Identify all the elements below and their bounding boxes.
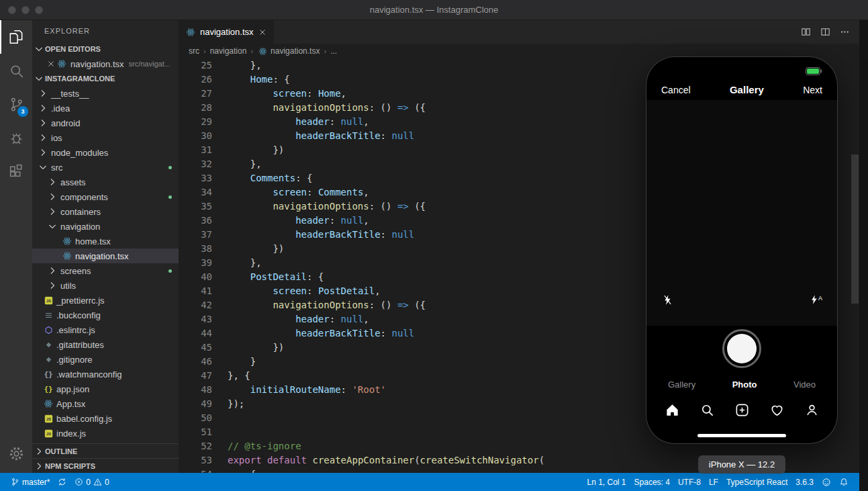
- split-editor-icon[interactable]: [820, 27, 830, 37]
- tree-item-prettierrc-js[interactable]: JS_prettierrc.js: [32, 293, 179, 308]
- section-outline[interactable]: OUTLINE: [32, 443, 179, 458]
- chevron-right-icon[interactable]: [38, 103, 48, 114]
- encoding-setting[interactable]: UTF-8: [674, 478, 705, 487]
- flash-off-icon[interactable]: [664, 295, 671, 308]
- tree-item-tests[interactable]: __tests__: [32, 86, 179, 101]
- instagram-tab-home-icon[interactable]: [664, 402, 680, 418]
- tree-item-navigation-tsx[interactable]: navigation.tsx: [32, 249, 179, 263]
- breadcrumb-file[interactable]: navigation.tsx: [257, 46, 320, 56]
- tree-item-eslintrc-js[interactable]: .eslintrc.js: [32, 322, 179, 337]
- eol-setting[interactable]: LF: [705, 478, 722, 487]
- section-npm-scripts[interactable]: NPM SCRIPTS: [32, 458, 179, 473]
- instagram-tab-search-icon[interactable]: [699, 402, 715, 418]
- minimize-window-button[interactable]: [21, 6, 30, 14]
- tree-item-home-tsx[interactable]: home.tsx: [32, 234, 179, 249]
- tree-item-babel-config-js[interactable]: JSbabel.config.js: [32, 411, 179, 426]
- tree-item-android[interactable]: android: [32, 116, 179, 130]
- tree-item-navigation[interactable]: navigation: [32, 219, 179, 234]
- flash-auto-icon[interactable]: A: [811, 295, 822, 304]
- tree-item-index-js[interactable]: JSindex.js: [32, 426, 179, 441]
- typescript-version[interactable]: 3.6.3: [791, 478, 818, 487]
- tree-item-gitignore[interactable]: .gitignore: [32, 352, 179, 367]
- cancel-button[interactable]: Cancel: [661, 85, 691, 95]
- feedback-button[interactable]: [818, 478, 835, 487]
- chevron-right-icon[interactable]: [47, 280, 58, 291]
- section-label: OUTLINE: [45, 447, 77, 455]
- chevron-right-icon[interactable]: [38, 147, 48, 158]
- chevron-right-icon[interactable]: [38, 118, 48, 128]
- close-window-button[interactable]: [8, 6, 16, 14]
- tree-item-components[interactable]: components: [32, 189, 179, 204]
- more-actions-icon[interactable]: [840, 27, 850, 37]
- cursor-position[interactable]: Ln 1, Col 1: [583, 478, 630, 487]
- tree-item-screens[interactable]: screens: [32, 263, 179, 278]
- mode-video[interactable]: Video: [793, 380, 816, 390]
- chevron-down-icon[interactable]: [47, 221, 58, 232]
- section-label: NPM SCRIPTS: [45, 462, 95, 470]
- tree-item-app-tsx[interactable]: App.tsx: [32, 396, 179, 411]
- line-number: 31: [179, 143, 212, 157]
- tree-item-watchmanconfig[interactable]: {}.watchmanconfig: [32, 367, 179, 382]
- open-changes-icon[interactable]: [801, 27, 811, 37]
- tree-item-assets[interactable]: assets: [32, 175, 179, 189]
- editor-scrollbar[interactable]: [851, 154, 859, 304]
- activity-debug-button[interactable]: [0, 121, 32, 154]
- line-text: [212, 411, 228, 425]
- react-icon: [185, 27, 196, 38]
- camera-preview: [646, 100, 837, 326]
- git-branch-indicator[interactable]: master*: [7, 478, 54, 487]
- line-number: 26: [179, 73, 212, 87]
- chevron-right-icon[interactable]: [38, 132, 48, 143]
- line-text: initialRouteName: 'Root': [212, 383, 386, 397]
- zoom-window-button[interactable]: [35, 6, 43, 14]
- instagram-tab-profile-icon[interactable]: [804, 402, 820, 418]
- line-number: 40: [179, 270, 212, 284]
- tree-item-src[interactable]: src: [32, 160, 179, 175]
- tree-item-label: __tests__: [51, 89, 89, 99]
- breadcrumb-src[interactable]: src: [189, 46, 199, 56]
- tree-item-node-modules[interactable]: node_modules: [32, 145, 179, 160]
- section-project[interactable]: INSTAGRAMCLONE: [32, 71, 179, 86]
- close-editor-icon[interactable]: [46, 58, 56, 69]
- home-indicator[interactable]: [697, 434, 786, 437]
- chevron-right-icon[interactable]: [38, 88, 48, 99]
- activity-explorer-button[interactable]: [0, 20, 32, 54]
- problems-indicator[interactable]: 0 0: [70, 478, 113, 487]
- tree-item-utils[interactable]: utils: [32, 278, 179, 293]
- shutter-button[interactable]: [722, 329, 761, 368]
- activity-source-control-button[interactable]: 3: [0, 87, 32, 121]
- tab-navigation-tsx[interactable]: navigation.tsx: [179, 20, 274, 44]
- chevron-right-icon[interactable]: [47, 265, 58, 276]
- tree-item-gitattributes[interactable]: .gitattributes: [32, 337, 179, 352]
- line-number: 43: [179, 312, 212, 326]
- language-mode[interactable]: TypeScript React: [722, 478, 791, 487]
- chevron-right-icon[interactable]: [47, 206, 58, 217]
- tree-item-idea[interactable]: .idea: [32, 101, 179, 116]
- chevron-down-icon[interactable]: [38, 162, 48, 173]
- breadcrumb-navigation[interactable]: navigation: [210, 46, 247, 56]
- section-open-editors[interactable]: OPEN EDITORS: [32, 42, 179, 56]
- notifications-button[interactable]: [835, 478, 853, 487]
- close-tab-icon[interactable]: [258, 28, 267, 37]
- mode-photo[interactable]: Photo: [732, 380, 757, 390]
- chevron-right-icon[interactable]: [47, 177, 58, 187]
- next-button[interactable]: Next: [803, 85, 822, 95]
- activity-settings-button[interactable]: [0, 437, 32, 470]
- camera-mode-selector: Gallery Photo Video: [646, 380, 837, 390]
- tree-item-containers[interactable]: containers: [32, 204, 179, 219]
- tree-item-ios[interactable]: ios: [32, 130, 179, 145]
- chevron-right-icon[interactable]: [47, 191, 58, 202]
- instagram-tab-activity-icon[interactable]: [769, 402, 785, 418]
- activity-search-button[interactable]: [0, 54, 32, 87]
- activity-extensions-button[interactable]: [0, 154, 32, 188]
- tree-item-label: index.js: [56, 429, 86, 439]
- mode-gallery[interactable]: Gallery: [668, 380, 695, 390]
- sync-button[interactable]: [54, 478, 70, 486]
- tree-item-buckconfig[interactable]: .buckconfig: [32, 308, 179, 322]
- tree-item-app-json[interactable]: {}app.json: [32, 382, 179, 396]
- breadcrumb-symbol[interactable]: ...: [330, 46, 337, 56]
- open-editor-item[interactable]: navigation.tsx src/navigat...: [32, 56, 179, 71]
- indentation-setting[interactable]: Spaces: 4: [630, 478, 674, 487]
- open-editor-file: navigation.tsx: [70, 59, 124, 69]
- instagram-tab-new-post-icon[interactable]: [734, 402, 750, 418]
